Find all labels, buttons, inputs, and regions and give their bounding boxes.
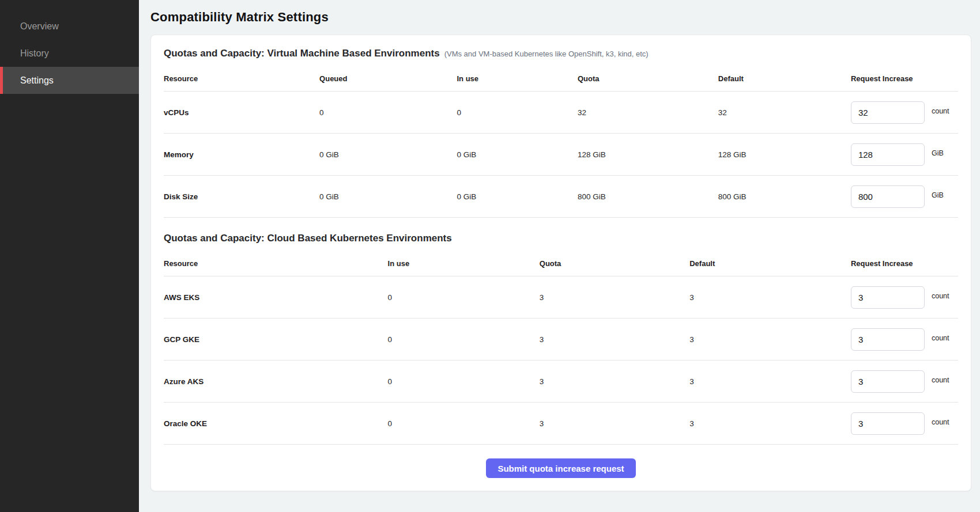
cell-value: 3 — [540, 293, 689, 302]
cell-value: 0 — [388, 335, 540, 344]
request-increase-cell: count — [851, 328, 958, 351]
cell-value: 3 — [689, 293, 851, 302]
column-header: Quota — [540, 259, 689, 268]
column-header: Queued — [319, 74, 457, 83]
column-header: Request Increase — [851, 74, 958, 83]
unit-label: count — [932, 107, 949, 115]
unit-label: count — [932, 334, 949, 342]
resource-name: AWS EKS — [164, 293, 388, 302]
resource-name: Oracle OKE — [164, 419, 388, 428]
section-note: (VMs and VM-based Kubernetes like OpenSh… — [444, 50, 649, 58]
column-header: Resource — [164, 74, 319, 83]
column-header: Resource — [164, 259, 388, 268]
request-increase-cell: GiB — [851, 185, 958, 208]
table-row: Azure AKS033count — [164, 361, 958, 403]
table-header-row: ResourceIn useQuotaDefaultRequest Increa… — [164, 246, 958, 276]
table-row: Oracle OKE033count — [164, 403, 958, 445]
cell-value: 3 — [540, 335, 689, 344]
main-content: Compatibility Matrix Settings Quotas and… — [139, 0, 980, 512]
table-header-row: ResourceQueuedIn useQuotaDefaultRequest … — [164, 62, 958, 92]
resource-name: Memory — [164, 150, 319, 159]
card-footer: Submit quota increase request — [164, 445, 958, 478]
request-increase-input[interactable] — [851, 328, 925, 351]
unit-label: GiB — [932, 149, 944, 157]
request-increase-input[interactable] — [851, 370, 925, 393]
resource-name: vCPUs — [164, 108, 319, 117]
cell-value: 0 — [388, 293, 540, 302]
settings-card: Quotas and Capacity: Virtual Machine Bas… — [150, 35, 971, 491]
cell-value: 128 GiB — [718, 150, 851, 159]
quota-table: ResourceIn useQuotaDefaultRequest Increa… — [164, 246, 958, 445]
cell-value: 32 — [578, 108, 718, 117]
request-increase-input[interactable] — [851, 143, 925, 166]
cell-value: 32 — [718, 108, 851, 117]
column-header: Default — [718, 74, 851, 83]
resource-name: GCP GKE — [164, 335, 388, 344]
column-header: Default — [689, 259, 851, 268]
cell-value: 3 — [540, 419, 689, 428]
cell-value: 800 GiB — [578, 192, 718, 201]
page-title: Compatibility Matrix Settings — [150, 10, 971, 25]
request-increase-cell: count — [851, 101, 958, 124]
table-row: GCP GKE033count — [164, 318, 958, 361]
cell-value: 3 — [540, 377, 689, 386]
column-header: Request Increase — [851, 259, 958, 268]
quota-section: Quotas and Capacity: Virtual Machine Bas… — [164, 48, 958, 218]
request-increase-input[interactable] — [851, 412, 925, 435]
cell-value: 3 — [689, 335, 851, 344]
request-increase-input[interactable] — [851, 286, 925, 309]
cell-value: 0 — [388, 419, 540, 428]
cell-value: 0 — [388, 377, 540, 386]
column-header: In use — [388, 259, 540, 268]
table-row: vCPUs003232count — [164, 92, 958, 134]
unit-label: GiB — [932, 191, 944, 199]
cell-value: 800 GiB — [718, 192, 851, 201]
sidebar-item-history[interactable]: History — [0, 40, 139, 67]
section-title: Quotas and Capacity: Cloud Based Kuberne… — [164, 233, 452, 244]
cell-value: 0 GiB — [457, 150, 577, 159]
sidebar-item-settings[interactable]: Settings — [0, 67, 139, 94]
request-increase-input[interactable] — [851, 185, 925, 208]
cell-value: 3 — [689, 377, 851, 386]
sidebar-item-overview[interactable]: Overview — [0, 13, 139, 40]
table-row: Memory0 GiB0 GiB128 GiB128 GiBGiB — [164, 134, 958, 176]
sidebar: OverviewHistorySettings — [0, 0, 139, 512]
request-increase-cell: count — [851, 412, 958, 435]
quota-section: Quotas and Capacity: Cloud Based Kuberne… — [164, 233, 958, 445]
section-title: Quotas and Capacity: Virtual Machine Bas… — [164, 48, 440, 59]
cell-value: 0 GiB — [319, 150, 457, 159]
cell-value: 128 GiB — [578, 150, 718, 159]
table-row: Disk Size0 GiB0 GiB800 GiB800 GiBGiB — [164, 176, 958, 218]
cell-value: 3 — [689, 419, 851, 428]
cell-value: 0 GiB — [319, 192, 457, 201]
cell-value: 0 — [319, 108, 457, 117]
cell-value: 0 — [457, 108, 577, 117]
resource-name: Azure AKS — [164, 377, 388, 386]
request-increase-cell: GiB — [851, 143, 958, 166]
column-header: Quota — [578, 74, 718, 83]
table-row: AWS EKS033count — [164, 276, 958, 318]
unit-label: count — [932, 292, 949, 300]
submit-quota-request-button[interactable]: Submit quota increase request — [486, 458, 635, 478]
unit-label: count — [932, 376, 949, 384]
request-increase-cell: count — [851, 370, 958, 393]
request-increase-input[interactable] — [851, 101, 925, 124]
resource-name: Disk Size — [164, 192, 319, 201]
column-header: In use — [457, 74, 577, 83]
request-increase-cell: count — [851, 286, 958, 309]
unit-label: count — [932, 418, 949, 426]
quota-table: ResourceQueuedIn useQuotaDefaultRequest … — [164, 62, 958, 218]
cell-value: 0 GiB — [457, 192, 577, 201]
